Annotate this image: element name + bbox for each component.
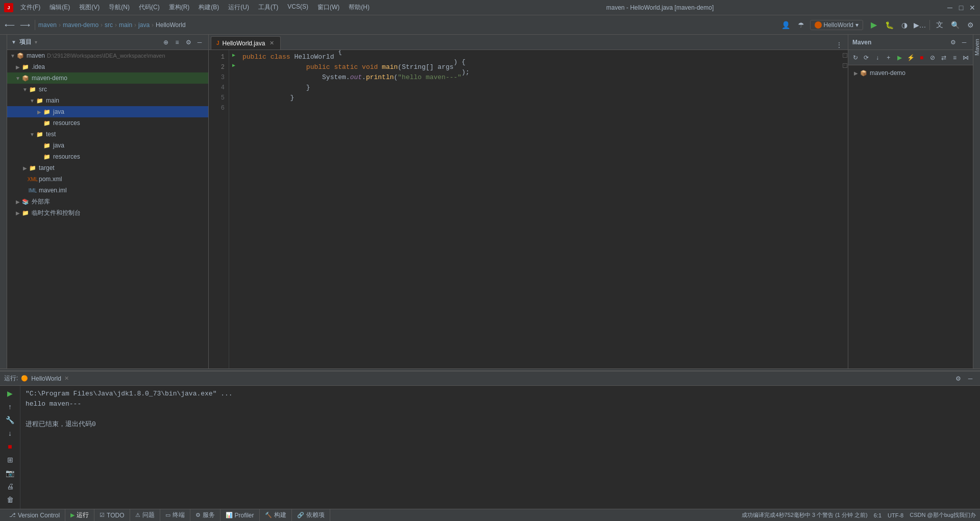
run-config-selector[interactable]: HelloWorld ▾ (810, 20, 863, 30)
maven-diagram-btn[interactable]: ⋈ (961, 52, 971, 63)
tab-build[interactable]: 🔨 构建 (260, 509, 292, 522)
translate-btn[interactable]: 文 (933, 18, 946, 32)
debug-button[interactable]: 🐛 (883, 18, 896, 32)
run-screenshot-btn[interactable]: 📷 (5, 467, 16, 479)
run-print-btn[interactable]: 🖨 (5, 481, 16, 492)
status-encoding[interactable]: UTF-8 (888, 512, 903, 518)
gutter-cell-1[interactable]: ▶ (229, 50, 238, 60)
menu-vcs[interactable]: VCS(S) (283, 2, 312, 13)
maven-stop-btn[interactable]: ■ (917, 52, 927, 63)
menu-help[interactable]: 帮助(H) (345, 2, 374, 13)
tree-item-maven[interactable]: ▼ 📦 maven D:\29128\Workspaces\IDEA_works… (7, 50, 208, 61)
maven-debug-btn[interactable]: ⚡ (905, 52, 916, 63)
search-everywhere-btn[interactable]: 🔍 (948, 18, 962, 32)
maven-add-btn[interactable]: + (884, 52, 894, 63)
status-position[interactable]: 6:1 (874, 512, 881, 518)
tree-item-src[interactable]: ▼ 📁 src (7, 84, 208, 95)
maven-reimport-btn[interactable]: ⟳ (862, 52, 872, 63)
settings-btn[interactable]: ⚙ (964, 18, 977, 32)
tab-problems[interactable]: ⚠ 问题 (130, 509, 160, 522)
panel-icon-locate[interactable]: ⊕ (161, 38, 170, 47)
menu-navigate[interactable]: 导航(N) (105, 2, 134, 13)
menu-run[interactable]: 运行(U) (224, 2, 253, 13)
code-lines[interactable]: public class HelloWorld { public static … (238, 50, 842, 368)
run-with-button[interactable]: ▶… (913, 18, 926, 32)
breadcrumb-maven[interactable]: maven (38, 21, 57, 29)
menu-window[interactable]: 窗口(W) (313, 2, 344, 13)
run-panel-close-small[interactable]: ✕ (64, 375, 69, 382)
maven-toggle-btn[interactable]: ⇄ (939, 52, 949, 63)
maven-vertical-label[interactable]: Maven (974, 35, 980, 60)
tree-item-pom[interactable]: XML pom.xml (7, 173, 208, 185)
tree-item-java-main[interactable]: ▶ 📁 java (7, 106, 208, 117)
run-down-btn[interactable]: ↓ (5, 428, 16, 439)
maven-skip-btn[interactable]: ⊘ (927, 52, 938, 63)
coverage-button[interactable]: ◑ (898, 18, 911, 32)
menu-code[interactable]: 代码(C) (135, 2, 164, 13)
tree-item-target[interactable]: ▶ 📁 target (7, 162, 208, 173)
run-restart-btn[interactable]: ▶ (5, 388, 16, 399)
menu-edit[interactable]: 编辑(E) (45, 2, 74, 13)
toolbar-umbrella-btn[interactable]: ☂ (795, 18, 808, 32)
run-wrench-btn[interactable]: 🔧 (5, 414, 16, 426)
tab-services[interactable]: ⚙ 服务 (190, 509, 220, 522)
tree-item-iml[interactable]: IML maven.iml (7, 185, 208, 196)
editor-tabs-settings[interactable]: ⋮ (835, 40, 844, 49)
run-panel-right-icons: ⚙ ─ (952, 373, 976, 384)
menu-refactor[interactable]: 重构(R) (165, 2, 194, 13)
run-trash-btn[interactable]: 🗑 (5, 494, 16, 505)
close-button[interactable]: ✕ (969, 4, 976, 11)
breadcrumb-maven-demo[interactable]: maven-demo (63, 21, 99, 29)
tree-item-main[interactable]: ▼ 📁 main (7, 95, 208, 106)
toolbar-back-btn[interactable]: ⟵ (3, 18, 16, 32)
fold-1[interactable]: - (842, 50, 848, 60)
maven-refresh-btn[interactable]: ↻ (850, 52, 861, 63)
toolbar-forward-btn[interactable]: ⟶ (18, 18, 32, 32)
maximize-button[interactable]: □ (958, 4, 965, 11)
menu-build[interactable]: 构建(B) (194, 2, 223, 13)
tab-version-control[interactable]: ⎇ Version Control (4, 509, 65, 522)
tab-profiler[interactable]: 📊 Profiler (220, 509, 260, 522)
run-copy-btn[interactable]: ⊞ (5, 454, 16, 465)
fold-2[interactable]: - (842, 60, 848, 70)
tree-item-resources-test[interactable]: 📁 resources (7, 151, 208, 162)
panel-icon-collapse[interactable]: ≡ (173, 38, 182, 47)
toolbar-user-btn[interactable]: 👤 (779, 18, 793, 32)
maven-settings-btn[interactable]: ⚙ (948, 38, 958, 47)
tab-terminal[interactable]: ▭ 终端 (160, 509, 190, 522)
tree-item-java-test[interactable]: 📁 java (7, 140, 208, 151)
maven-download-btn[interactable]: ↓ (872, 52, 883, 63)
tab-todo[interactable]: ☑ TODO (94, 509, 130, 522)
run-panel-settings[interactable]: ⚙ (952, 373, 964, 384)
run-stop-btn[interactable]: ■ (5, 441, 16, 452)
menu-view[interactable]: 视图(V) (75, 2, 104, 13)
run-up-btn[interactable]: ↑ (5, 401, 16, 412)
breadcrumb-main[interactable]: main (119, 21, 132, 29)
menu-tools[interactable]: 工具(T) (254, 2, 282, 13)
maven-item-maven-demo[interactable]: ▶ 📦 maven-demo (850, 67, 971, 79)
tree-item-resources-main[interactable]: 📁 resources (7, 117, 208, 129)
minimize-button[interactable]: ─ (946, 4, 953, 11)
run-panel-minimize[interactable]: ─ (965, 373, 976, 384)
panel-icon-settings[interactable]: ⚙ (184, 38, 193, 47)
breadcrumb-java[interactable]: java (138, 21, 150, 29)
run-button[interactable]: ▶ (867, 18, 880, 32)
breadcrumb-src[interactable]: src (105, 21, 113, 29)
maven-lifecycle-btn[interactable]: ≡ (950, 52, 960, 63)
tab-helloworld[interactable]: J HelloWorld.java ✕ (211, 36, 281, 49)
maven-minimize-btn[interactable]: ─ (960, 38, 969, 47)
tree-item-scratch[interactable]: ▶ 📁 临时文件和控制台 (7, 207, 208, 218)
maven-run-btn[interactable]: ▶ (895, 52, 905, 63)
panel-icon-minimize[interactable]: ─ (195, 38, 204, 47)
tab-helloworld-close[interactable]: ✕ (268, 40, 275, 47)
breadcrumb-helloworld[interactable]: HelloWorld (156, 21, 185, 29)
tab-run[interactable]: ▶ 运行 (65, 509, 94, 522)
tree-item-ext-libs[interactable]: ▶ 📚 外部库 (7, 196, 208, 207)
menu-file[interactable]: 文件(F) (16, 2, 44, 13)
gutter-cell-2[interactable]: ▶ (229, 60, 238, 70)
tree-item-idea[interactable]: ▶ 📁 .idea (7, 61, 208, 72)
tree-label-main: main (46, 97, 59, 104)
tree-item-test[interactable]: ▼ 📁 test (7, 129, 208, 140)
tree-item-maven-demo[interactable]: ▼ 📦 maven-demo (7, 72, 208, 84)
tab-deps[interactable]: 🔗 依赖项 (292, 509, 330, 522)
